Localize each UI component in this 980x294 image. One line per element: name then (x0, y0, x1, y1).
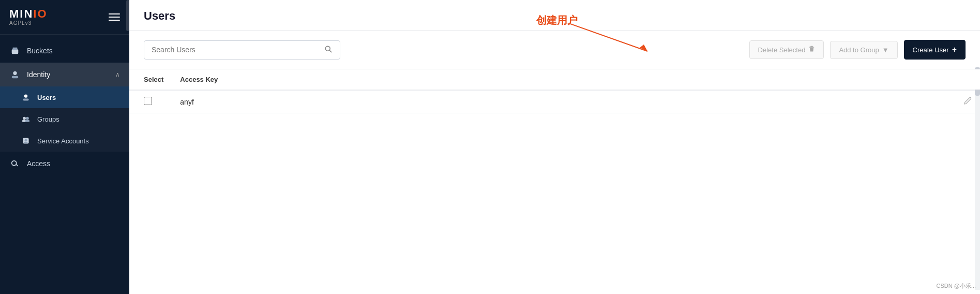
svg-point-11 (25, 139, 27, 142)
delete-selected-label: Delete Selected (758, 46, 806, 54)
main-content: Users 创建用户 (129, 0, 980, 294)
sidebar-item-access[interactable]: Access (0, 152, 129, 175)
access-icon (9, 158, 21, 169)
delete-icon (808, 46, 815, 54)
create-user-label: Create User (913, 46, 949, 54)
svg-point-4 (24, 94, 27, 97)
toolbar: 创建用户 Delete Selected Add to Group ▼ C (129, 31, 980, 69)
watermark: CSDN @小乐... (936, 282, 976, 290)
svg-point-13 (12, 161, 17, 166)
groups-icon (21, 114, 31, 124)
create-user-plus-icon: + (952, 45, 957, 54)
sidebar-item-identity[interactable]: Identity ∧ (0, 63, 129, 86)
sidebar-item-users-label: Users (37, 94, 56, 101)
add-to-group-chevron-icon: ▼ (882, 46, 889, 54)
svg-marker-18 (640, 45, 647, 51)
sidebar-nav: Buckets Identity ∧ Users (0, 35, 129, 294)
users-icon (21, 92, 31, 102)
row-edit-icon[interactable] (963, 98, 972, 107)
col-actions (727, 69, 980, 90)
sidebar-item-groups[interactable]: Groups (0, 108, 129, 130)
identity-section: Identity ∧ Users Groups (0, 63, 129, 152)
svg-point-6 (23, 117, 26, 120)
sidebar-item-service-accounts-label: Service Accounts (37, 137, 89, 145)
sidebar-item-groups-label: Groups (37, 115, 59, 123)
add-to-group-label: Add to Group (839, 46, 879, 54)
hamburger-menu-button[interactable] (109, 13, 120, 21)
svg-line-16 (329, 50, 331, 52)
svg-rect-19 (810, 46, 813, 47)
add-to-group-button[interactable]: Add to Group ▼ (830, 41, 897, 59)
identity-chevron-icon: ∧ (115, 71, 120, 78)
table-header: Select Access Key (129, 69, 980, 90)
search-box (144, 40, 340, 60)
col-access-key: Access Key (172, 69, 726, 90)
row-checkbox[interactable] (144, 97, 152, 105)
sidebar-item-buckets[interactable]: Buckets (0, 39, 129, 63)
row-checkbox-cell (129, 90, 172, 113)
search-input[interactable] (152, 46, 320, 54)
svg-rect-5 (23, 98, 28, 100)
logo-text: MINIO (9, 8, 48, 20)
table-header-row: Select Access Key (129, 69, 980, 90)
svg-rect-3 (12, 76, 19, 79)
sidebar-item-users[interactable]: Users (0, 86, 129, 108)
col-select: Select (129, 69, 172, 90)
row-access-key: anyf (172, 90, 726, 113)
create-user-button[interactable]: Create User + (904, 40, 966, 60)
svg-rect-14 (16, 164, 18, 167)
page-header: Users (129, 0, 980, 31)
sidebar-item-service-accounts[interactable]: Service Accounts (0, 130, 129, 152)
sidebar-item-access-label: Access (27, 159, 120, 168)
svg-rect-1 (13, 48, 18, 50)
sidebar-header: MINIO AGPLv3 (0, 0, 129, 35)
logo: MINIO AGPLv3 (9, 8, 48, 26)
sidebar: MINIO AGPLv3 Buckets Identity ∧ (0, 0, 129, 294)
page-title: Users (144, 9, 966, 23)
sidebar-item-buckets-label: Buckets (27, 47, 120, 55)
main-scrollbar[interactable] (975, 67, 980, 290)
sidebar-item-identity-label: Identity (27, 70, 109, 79)
logo-sub: AGPLv3 (9, 21, 48, 26)
svg-point-7 (26, 117, 29, 120)
users-table: Select Access Key anyf (129, 69, 980, 113)
identity-icon (9, 69, 21, 80)
search-icon (324, 45, 333, 55)
buckets-icon (9, 45, 21, 56)
svg-rect-20 (809, 47, 815, 47)
svg-rect-0 (12, 49, 19, 54)
main-wrapper: Users 创建用户 (129, 0, 980, 294)
service-accounts-icon (21, 136, 31, 146)
svg-point-2 (13, 71, 17, 75)
row-edit-cell (727, 90, 980, 113)
svg-point-9 (25, 120, 30, 122)
svg-rect-12 (24, 142, 27, 143)
table-body: anyf (129, 90, 980, 113)
table-row: anyf (129, 90, 980, 113)
delete-selected-button[interactable]: Delete Selected (749, 40, 824, 59)
table-container: Select Access Key anyf (129, 69, 980, 294)
